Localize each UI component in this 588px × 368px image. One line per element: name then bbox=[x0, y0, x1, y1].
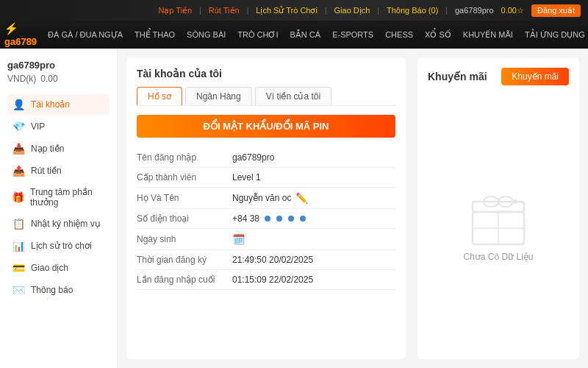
top-info-bar: Nạp Tiền | Rút Tiền | Lịch Sử Trò Chơi |… bbox=[0, 0, 588, 21]
field-reg-time: Thời gian đăng ký 21:49:50 20/02/2025 bbox=[137, 250, 395, 270]
mission-icon: 📋 bbox=[12, 218, 25, 230]
field-fullname: Họ Và Tên Nguyễn văn oc ✏️ bbox=[137, 188, 395, 209]
mask-dot-1 bbox=[265, 216, 270, 222]
field-value-last-login: 01:15:09 22/02/2025 bbox=[232, 275, 395, 285]
thong-bao-link[interactable]: Thông Báo (0) bbox=[387, 6, 438, 15]
promo-button[interactable]: Khuyến mãi bbox=[501, 68, 569, 85]
history-icon: 📊 bbox=[12, 240, 25, 252]
sidebar-item-vip[interactable]: 💎 VIP bbox=[7, 116, 110, 137]
sidebar-item-lich-su[interactable]: 📊 Lịch sử trò chơi bbox=[7, 236, 110, 256]
sidebar-item-nap-tien[interactable]: 📥 Nạp tiền bbox=[7, 138, 110, 159]
nav-tro-choi[interactable]: TRÒ CHƠI bbox=[232, 24, 283, 46]
sidebar-item-tai-khoan[interactable]: 👤 Tài khoản bbox=[7, 94, 110, 115]
account-icon: 👤 bbox=[12, 99, 25, 110]
deposit-icon: 📥 bbox=[12, 143, 25, 155]
tab-ho-so[interactable]: Hồ sơ bbox=[137, 87, 182, 105]
nav-da-ga[interactable]: ĐÁ GÀ / ĐUA NGỰA bbox=[43, 24, 128, 46]
promo-content: Chưa Có Dữ Liệu bbox=[428, 100, 569, 349]
sidebar-item-giao-dich[interactable]: 💳 Giao dịch bbox=[7, 258, 110, 278]
logo[interactable]: ⚡ ga6789 bbox=[4, 22, 37, 47]
notification-icon: ✉️ bbox=[12, 284, 25, 296]
mask-dot-3 bbox=[288, 216, 294, 222]
nap-tien-link[interactable]: Nạp Tiền bbox=[158, 6, 192, 15]
field-label-last-login: Lần đăng nhập cuối bbox=[137, 275, 232, 285]
field-phone: Số điện thoại +84 38 bbox=[137, 209, 395, 229]
account-panel: Tài khoản của tôi Hồ sơ Ngân Hàng Ví tiề… bbox=[126, 57, 406, 359]
field-label-reg-time: Thời gian đăng ký bbox=[137, 255, 232, 265]
vip-icon: 💎 bbox=[12, 121, 25, 132]
mask-dot-4 bbox=[300, 216, 306, 222]
username-display: ga6789pro bbox=[455, 6, 494, 15]
logout-button[interactable]: Đăng xuất bbox=[531, 4, 581, 17]
reward-icon: 🎁 bbox=[12, 191, 24, 203]
field-birthday: Ngày sinh 🗓️ bbox=[137, 229, 395, 250]
field-label-fullname: Họ Và Tên bbox=[137, 193, 232, 203]
nav-tai-ung-dung[interactable]: TẢI ỨNG DỤNG bbox=[520, 24, 588, 46]
nav-ban-ca[interactable]: BẮN CÁ bbox=[285, 24, 326, 46]
field-value-phone: +84 38 bbox=[232, 213, 395, 224]
field-value-reg-time: 21:49:50 20/02/2025 bbox=[232, 255, 395, 265]
field-last-login: Lần đăng nhập cuối 01:15:09 22/02/2025 bbox=[137, 270, 395, 290]
field-value-birthday: 🗓️ bbox=[232, 233, 395, 245]
no-data-label: Chưa Có Dữ Liệu bbox=[463, 252, 533, 262]
main-content: ga6789pro VND(k) 0.00 👤 Tài khoản 💎 VIP … bbox=[0, 49, 588, 368]
logo-text: ⚡ ga6789 bbox=[4, 22, 37, 47]
sidebar-item-rut-tien[interactable]: 📤 Rút tiền bbox=[7, 160, 110, 181]
field-label-birthday: Ngày sinh bbox=[137, 234, 232, 244]
gift-box-image bbox=[465, 187, 531, 246]
sidebar-balance: VND(k) 0.00 bbox=[7, 74, 110, 84]
rut-tien-link[interactable]: Rút Tiền bbox=[209, 6, 240, 15]
sidebar-item-nhiem-vu[interactable]: 📋 Nhật ký nhiệm vụ bbox=[7, 213, 110, 234]
right-content: Tài khoản của tôi Hồ sơ Ngân Hàng Ví tiề… bbox=[118, 49, 588, 368]
nav-chess[interactable]: CHESS bbox=[380, 24, 418, 46]
field-level: Cấp thành viên Level 1 bbox=[137, 168, 395, 188]
mask-dot-2 bbox=[276, 216, 282, 222]
tab-row: Hồ sơ Ngân Hàng Ví tiền của tôi bbox=[137, 87, 395, 106]
withdraw-icon: 📤 bbox=[12, 165, 25, 177]
giao-dich-link[interactable]: Giao Dịch bbox=[334, 6, 370, 15]
edit-birthday-icon[interactable]: 🗓️ bbox=[232, 233, 245, 245]
sidebar: ga6789pro VND(k) 0.00 👤 Tài khoản 💎 VIP … bbox=[0, 49, 118, 368]
field-label-phone: Số điện thoại bbox=[137, 213, 232, 224]
nav-khuyen-mai[interactable]: KHUYẾN MÃI bbox=[458, 24, 518, 46]
field-value-fullname: Nguyễn văn oc ✏️ bbox=[232, 192, 395, 204]
nav-esports[interactable]: E-SPORTS bbox=[327, 24, 379, 46]
svg-point-6 bbox=[513, 199, 517, 204]
transaction-icon: 💳 bbox=[12, 262, 25, 274]
field-value-level: Level 1 bbox=[232, 172, 395, 183]
account-title: Tài khoản của tôi bbox=[137, 68, 395, 79]
field-username: Tên đăng nhập ga6789pro bbox=[137, 148, 395, 168]
promo-title: Khuyến mãi bbox=[428, 71, 487, 82]
field-label-username: Tên đăng nhập bbox=[137, 152, 232, 163]
nav-bar: ⚡ ga6789 ĐÁ GÀ / ĐUA NGỰA THỂ THAO SÒNG … bbox=[0, 21, 588, 49]
top-bar-links: Nạp Tiền | Rút Tiền | Lịch Sử Trò Chơi |… bbox=[7, 4, 581, 17]
sidebar-username: ga6789pro bbox=[7, 60, 110, 71]
balance-display: 0.00☆ bbox=[501, 6, 524, 15]
field-label-level: Cấp thành viên bbox=[137, 172, 232, 183]
change-password-button[interactable]: ĐỔI MẬT KHẨU/ĐỔI MÃ PIN bbox=[137, 115, 395, 138]
tab-ngan-hang[interactable]: Ngân Hàng bbox=[185, 87, 252, 105]
edit-fullname-icon[interactable]: ✏️ bbox=[295, 192, 308, 204]
sidebar-item-thong-bao[interactable]: ✉️ Thông báo bbox=[7, 280, 110, 300]
nav-the-thao[interactable]: THỂ THAO bbox=[129, 24, 180, 46]
lich-su-link[interactable]: Lịch Sử Trò Chơi bbox=[256, 6, 318, 15]
field-value-username: ga6789pro bbox=[232, 152, 395, 163]
promo-panel: Khuyến mãi Khuyến mãi bbox=[417, 57, 579, 359]
nav-song-bai[interactable]: SÒNG BÀI bbox=[182, 24, 231, 46]
sidebar-item-phan-thuong[interactable]: 🎁 Trung tâm phần thưởng bbox=[7, 183, 110, 212]
tab-vi-tien[interactable]: Ví tiền của tôi bbox=[255, 87, 331, 105]
nav-xo-so[interactable]: XỔ SỐ bbox=[420, 24, 456, 46]
